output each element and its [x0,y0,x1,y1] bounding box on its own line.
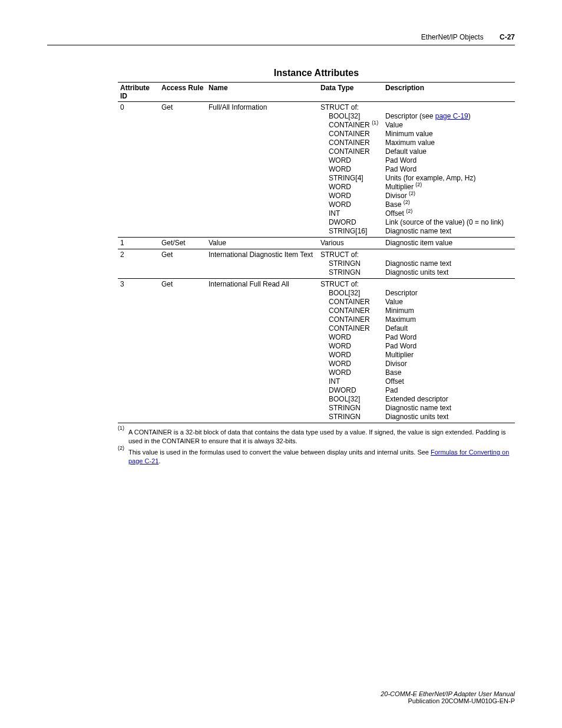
type-line: STRINGN [320,404,381,413]
footnote-ref-icon: (2) [406,208,412,214]
col-name: Name [206,83,318,102]
footnote-1: (1) A CONTAINER is a 32-bit block of dat… [118,428,515,446]
desc-line: Diagnostic units text [385,413,513,421]
footnote-ref-icon: (2) [415,182,422,187]
page-header: EtherNet/IP Objects C-27 [47,33,515,45]
type-line: CONTAINER (1) [320,121,381,130]
desc-line: Pad [385,386,513,395]
cell-name: International Diagnostic Item Text [206,249,318,279]
type-line: INT [320,209,381,218]
type-line: WORD [320,156,381,165]
cell-name: Full/All Information [206,102,318,238]
cell-data-type: STRUCT of: BOOL[32] CONTAINER (1) CONTAI… [318,102,383,238]
footnote-number: (2) [118,445,124,451]
col-attr-id: Attribute ID [118,83,159,102]
cell-data-type: STRUCT of: STRINGN STRINGN [318,249,383,279]
type-line: BOOL[32] [320,395,381,404]
col-description: Description [383,83,515,102]
table-row: 2 Get International Diagnostic Item Text… [118,249,515,279]
desc-line: Maximum [385,315,513,324]
footnote-text: This value is used in the formulas used … [128,448,515,466]
table-row: 3 Get International Full Read All STRUCT… [118,279,515,423]
desc-line: Link (source of the value) (0 = no link) [385,218,513,227]
footnote-text: A CONTAINER is a 32-bit block of data th… [128,428,515,446]
desc-line: Maximum value [385,139,513,147]
type-line: CONTAINER [320,130,381,139]
footnotes: (1) A CONTAINER is a 32-bit block of dat… [118,428,515,465]
page-c19-link[interactable]: page C-19 [435,112,468,120]
desc-line: Pad Word [385,165,513,174]
desc-line: Base (2) [385,200,513,209]
type-line: STRINGN [320,259,381,268]
desc-line: Diagnostic name text [385,404,513,413]
type-line: BOOL[32] [320,289,381,298]
footnote-ref-icon: (2) [404,199,410,205]
cell-description: Descriptor Value Minimum Maximum Default… [383,279,515,423]
desc-line: Default [385,324,513,333]
type-head: STRUCT of: [320,251,359,259]
footnote-ref-icon: (1) [372,120,378,126]
cell-description: Diagnostic item value [383,238,515,249]
type-line: CONTAINER [320,307,381,315]
type-line: WORD [320,351,381,360]
desc-line: Minimum value [385,130,513,139]
type-line: STRING[4] [320,174,381,183]
type-line: CONTAINER [320,298,381,307]
cell-data-type: Various [318,238,383,249]
footnote-ref-icon: (2) [409,190,415,196]
desc-line: Multiplier [385,351,513,360]
footnote-number: (1) [118,425,124,431]
type-head: STRUCT of: [320,280,359,288]
cell-access-rule: Get/Set [159,238,206,249]
desc-line: Value [385,298,513,307]
desc-line: Divisor [385,360,513,368]
type-line: STRING[16] [320,227,381,236]
desc-line: Value [385,121,513,130]
header-section: EtherNet/IP Objects [421,33,484,41]
footer-publication: Publication 20COMM-UM010G-EN-P [381,697,515,704]
cell-description: Diagnostic name text Diagnostic units te… [383,249,515,279]
type-line: DWORD [320,218,381,227]
col-access-rule: Access Rule [159,83,206,102]
desc-line: Pad Word [385,342,513,351]
cell-name: International Full Read All [206,279,318,423]
type-line: WORD [320,192,381,200]
type-line: CONTAINER [320,315,381,324]
cell-attr-id: 2 [118,249,159,279]
type-line: WORD [320,333,381,342]
cell-access-rule: Get [159,249,206,279]
type-line: WORD [320,200,381,209]
type-line: WORD [320,360,381,368]
desc-line: Base [385,368,513,377]
page-footer: 20-COMM-E EtherNet/IP Adapter User Manua… [381,690,515,704]
desc-line: Diagnostic name text [385,227,513,236]
type-line: DWORD [320,386,381,395]
desc-line: Diagnostic name text [385,259,513,268]
type-line: WORD [320,165,381,174]
desc-line: Pad Word [385,156,513,165]
cell-name: Value [206,238,318,249]
desc-line: Diagnostic units text [385,268,513,277]
cell-attr-id: 0 [118,102,159,238]
type-head: STRUCT of: [320,103,359,111]
desc-line: Extended descriptor [385,395,513,404]
header-page: C-27 [500,33,515,41]
cell-description: Descriptor (see page C-19) Value Minimum… [383,102,515,238]
type-line: WORD [320,342,381,351]
cell-attr-id: 1 [118,238,159,249]
type-line: INT [320,377,381,386]
cell-access-rule: Get [159,102,206,238]
table-header-row: Attribute ID Access Rule Name Data Type … [118,83,515,102]
desc-line: Offset (2) [385,209,513,218]
desc-line: Units (for example, Amp, Hz) [385,174,513,183]
desc-line: Pad Word [385,333,513,342]
table-row: 0 Get Full/All Information STRUCT of: BO… [118,102,515,238]
desc-line: Multiplier (2) [385,183,513,192]
desc-line: Descriptor [385,289,513,298]
type-line: WORD [320,183,381,192]
cell-data-type: STRUCT of: BOOL[32] CONTAINER CONTAINER … [318,279,383,423]
type-line: STRINGN [320,413,381,421]
type-line: CONTAINER [320,324,381,333]
attributes-table: Attribute ID Access Rule Name Data Type … [118,82,515,423]
table-title: Instance Attributes [118,68,515,78]
